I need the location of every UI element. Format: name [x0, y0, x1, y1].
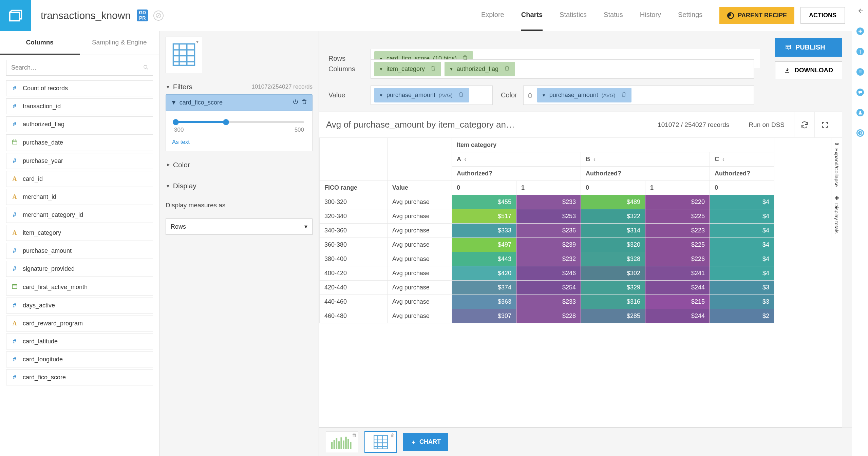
svg-point-0: [156, 13, 161, 18]
top-tab-history[interactable]: History: [640, 0, 661, 31]
double-arrow-icon: ⇕: [834, 142, 840, 146]
column-name: Count of records: [23, 85, 68, 92]
tab-sampling[interactable]: Sampling & Engine: [80, 31, 159, 55]
column-item[interactable]: Aitem_category: [6, 225, 153, 241]
clock-circle-icon[interactable]: [856, 129, 864, 137]
column-item[interactable]: #Count of records: [6, 80, 153, 96]
flask-circle-icon[interactable]: [856, 109, 864, 117]
svg-rect-30: [350, 442, 352, 449]
refresh-icon[interactable]: [794, 112, 815, 137]
column-item[interactable]: #purchase_amount: [6, 243, 153, 259]
value-label-cell: Avg purchase: [388, 238, 452, 252]
filters-section-header[interactable]: ▼ Filters 101072/254027 records: [166, 79, 313, 94]
publish-button[interactable]: PUBLISH: [775, 38, 842, 57]
column-item[interactable]: #card_fico_score: [6, 369, 153, 385]
value-dropzone[interactable]: ▼purchase_amount(AVG): [371, 86, 493, 105]
trash-icon[interactable]: [621, 91, 627, 99]
trash-icon[interactable]: [462, 55, 468, 62]
column-name: signature_provided: [23, 265, 75, 272]
column-item[interactable]: Acard_id: [6, 171, 153, 187]
table-row: 300-320Avg purchase$455$233$489$220$4: [320, 195, 774, 209]
chat-circle-icon[interactable]: [856, 88, 864, 96]
dimension-chip[interactable]: ▼item_category: [374, 62, 441, 76]
fico-range-slider[interactable]: [174, 121, 304, 123]
column-search-input[interactable]: [6, 60, 153, 76]
color-section-header[interactable]: ▼ Color: [166, 157, 313, 172]
column-item[interactable]: #merchant_category_id: [6, 207, 153, 223]
column-item[interactable]: #days_active: [6, 298, 153, 314]
column-item[interactable]: #transaction_id: [6, 98, 153, 114]
table-row: 420-440Avg purchase$374$254$329$244$3: [320, 281, 774, 295]
value-label-cell: Avg purchase: [388, 252, 452, 266]
dimension-chip[interactable]: ▼purchase_amount(AVG): [537, 88, 632, 102]
color-dropzone[interactable]: ▼purchase_amount(AVG): [523, 86, 754, 105]
tab-columns[interactable]: Columns: [0, 31, 80, 55]
power-icon[interactable]: [293, 99, 299, 107]
slider-as-text-link[interactable]: As text: [172, 139, 306, 146]
header-category[interactable]: A ‹: [452, 152, 581, 167]
add-chart-button[interactable]: ＋ CHART: [403, 433, 448, 451]
search-icon: [143, 64, 149, 71]
top-tab-charts[interactable]: Charts: [521, 0, 543, 31]
top-tab-settings[interactable]: Settings: [678, 0, 702, 31]
column-name: card_reward_program: [23, 320, 83, 327]
fico-range-cell: 380-400: [320, 252, 388, 266]
table-row: 400-420Avg purchase$420$246$302$241$4: [320, 266, 774, 281]
num-type-icon: #: [11, 247, 18, 254]
column-item[interactable]: #card_longitude: [6, 352, 153, 367]
parent-recipe-button[interactable]: PARENT RECIPE: [719, 7, 794, 24]
value-label-cell: Avg purchase: [388, 209, 452, 224]
trash-icon[interactable]: 🗑: [352, 432, 357, 438]
column-item[interactable]: card_first_active_month: [6, 279, 153, 296]
data-cell: $3: [710, 281, 774, 295]
trash-icon[interactable]: [504, 65, 510, 73]
plus-circle-icon[interactable]: [856, 27, 864, 35]
column-name: authorized_flag: [23, 121, 64, 128]
column-item[interactable]: Amerchant_id: [6, 189, 153, 205]
display-measures-select[interactable]: Rows ▾: [166, 218, 313, 235]
chart-thumbnail-pivot[interactable]: 🗑: [364, 431, 397, 453]
info-circle-icon[interactable]: [856, 48, 864, 56]
fullscreen-icon[interactable]: [815, 112, 835, 137]
data-cell: $228: [516, 309, 581, 323]
display-totals-control[interactable]: ✚ Display totals: [831, 191, 842, 238]
top-tab-explore[interactable]: Explore: [481, 0, 504, 31]
trash-icon[interactable]: [430, 65, 436, 73]
actions-button[interactable]: ACTIONS: [800, 7, 845, 24]
top-tab-status[interactable]: Status: [604, 0, 623, 31]
chart-thumbnail-bar[interactable]: 🗑: [326, 431, 358, 453]
column-item[interactable]: #card_latitude: [6, 334, 153, 349]
triangle-down-icon: ▼: [449, 67, 453, 72]
column-item[interactable]: #purchase_year: [6, 153, 153, 169]
trash-icon[interactable]: [301, 99, 307, 107]
column-name: card_fico_score: [23, 374, 66, 381]
column-item[interactable]: purchase_date: [6, 134, 153, 151]
data-cell: $2: [710, 309, 774, 323]
value-label-cell: Avg purchase: [388, 281, 452, 295]
display-section-header[interactable]: ▼ Display: [166, 178, 313, 193]
column-item[interactable]: #signature_provided: [6, 261, 153, 277]
fico-range-cell: 420-440: [320, 281, 388, 295]
list-circle-icon[interactable]: [856, 68, 864, 76]
header-category[interactable]: C ‹: [710, 152, 774, 167]
top-tab-statistics[interactable]: Statistics: [560, 0, 587, 31]
columns-dropzone[interactable]: ▼item_category▼authorized_flag: [371, 59, 754, 79]
fico-range-cell: 460-480: [320, 309, 388, 323]
column-item[interactable]: #authorized_flag: [6, 116, 153, 132]
trash-icon[interactable]: [458, 91, 464, 99]
run-on-dss[interactable]: Run on DSS: [739, 112, 794, 137]
dataset-icon: [0, 0, 31, 31]
download-button[interactable]: DOWNLOAD: [775, 61, 842, 79]
header-category[interactable]: B ‹: [581, 152, 710, 167]
chart-type-selector[interactable]: ▾: [166, 37, 202, 73]
dimension-chip[interactable]: ▼authorized_flag: [445, 62, 515, 76]
compass-icon[interactable]: [153, 11, 164, 21]
dimension-chip[interactable]: ▼purchase_amount(AVG): [374, 88, 469, 102]
column-item[interactable]: Acard_reward_program: [6, 316, 153, 331]
value-label: Value: [328, 91, 362, 99]
trash-icon[interactable]: 🗑: [390, 433, 395, 438]
chart-title[interactable]: Avg of purchase_amount by item_category …: [326, 119, 648, 130]
filter-chip-fico[interactable]: ▼ card_fico_score: [166, 94, 313, 111]
expand-collapse-control[interactable]: ⇕ Expand/Collapse: [831, 138, 842, 191]
collapse-rail-icon[interactable]: [856, 7, 864, 15]
